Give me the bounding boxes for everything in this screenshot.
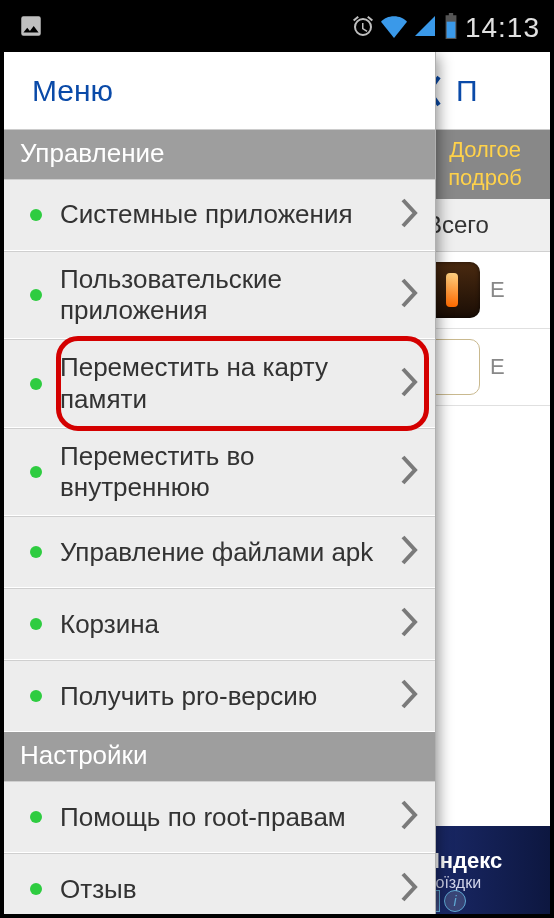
chevron-right-icon <box>399 365 421 403</box>
ad-text: Поїздки <box>424 874 546 892</box>
chevron-right-icon <box>399 677 421 715</box>
bullet-icon <box>30 466 42 478</box>
app-text: Е <box>490 277 505 303</box>
underlying-title: П <box>456 74 478 108</box>
menu-item-label: Управление файлами apk <box>60 537 373 568</box>
tip-line: Долгое <box>426 136 544 164</box>
chevron-right-icon <box>399 533 421 571</box>
status-bar: 14:13 <box>4 4 550 52</box>
app-text: Е <box>490 354 505 380</box>
clock: 14:13 <box>465 12 540 44</box>
ad-info-icon[interactable]: i <box>444 890 466 912</box>
app-row[interactable]: Е <box>420 329 550 406</box>
menu-item-label: Помощь по root-правам <box>60 802 346 833</box>
menu-item[interactable]: Помощь по root-правам <box>4 781 435 853</box>
menu-item-label: Системные приложения <box>60 199 353 230</box>
chevron-right-icon <box>399 870 421 908</box>
ad-text: Яндекс <box>424 848 546 874</box>
bullet-icon <box>30 690 42 702</box>
menu-item-label: Отзыв <box>60 874 137 905</box>
side-drawer: Меню УправлениеСистемные приложенияПольз… <box>4 52 436 914</box>
underlying-header: П <box>420 52 550 130</box>
tip-bar: Долгое подроб <box>420 130 550 199</box>
drawer-header: Меню <box>4 52 435 130</box>
drawer-title: Меню <box>32 74 113 108</box>
battery-icon <box>443 13 459 43</box>
chevron-right-icon <box>399 453 421 491</box>
chevron-right-icon <box>399 196 421 234</box>
image-icon <box>18 13 44 43</box>
ad-banner[interactable]: Яндекс Поїздки ✕ i <box>420 826 550 914</box>
svg-rect-0 <box>447 22 456 38</box>
menu-item[interactable]: Отзыв <box>4 853 435 914</box>
menu-item-label: Переместить во внутреннюю <box>60 441 381 503</box>
section-header: Настройки <box>4 732 435 781</box>
chevron-right-icon <box>399 276 421 314</box>
menu-item[interactable]: Системные приложения <box>4 179 435 251</box>
menu-item[interactable]: Пользовательские приложения <box>4 251 435 339</box>
menu-item[interactable]: Получить pro-версию <box>4 660 435 732</box>
menu-item[interactable]: Переместить на карту памяти <box>4 339 435 427</box>
chevron-right-icon <box>399 798 421 836</box>
alarm-icon <box>351 14 375 42</box>
menu-item-label: Пользовательские приложения <box>60 264 381 326</box>
wifi-icon <box>381 13 407 43</box>
menu-item-label: Корзина <box>60 609 159 640</box>
bullet-icon <box>30 546 42 558</box>
bullet-icon <box>30 378 42 390</box>
menu-item-label: Получить pro-версию <box>60 681 317 712</box>
bullet-icon <box>30 289 42 301</box>
bullet-icon <box>30 618 42 630</box>
total-row: Всего <box>420 199 550 252</box>
menu-item-label: Переместить на карту памяти <box>60 352 381 414</box>
chevron-right-icon <box>399 605 421 643</box>
menu-item[interactable]: Корзина <box>4 588 435 660</box>
tip-line: подроб <box>426 164 544 192</box>
underlying-screen: П Долгое подроб Всего ЕЕ Яндекс Поїздки … <box>420 52 550 914</box>
menu-item[interactable]: Переместить во внутреннюю <box>4 428 435 516</box>
screen: 14:13 П Долгое подроб Всего ЕЕ Яндекс По… <box>4 4 550 914</box>
bullet-icon <box>30 883 42 895</box>
signal-icon <box>413 14 437 42</box>
drawer-body[interactable]: УправлениеСистемные приложенияПользовате… <box>4 130 435 914</box>
bullet-icon <box>30 209 42 221</box>
menu-item[interactable]: Управление файлами apk <box>4 516 435 588</box>
device-frame: 14:13 П Долгое подроб Всего ЕЕ Яндекс По… <box>0 0 554 918</box>
app-row[interactable]: Е <box>420 252 550 329</box>
section-header: Управление <box>4 130 435 179</box>
bullet-icon <box>30 811 42 823</box>
